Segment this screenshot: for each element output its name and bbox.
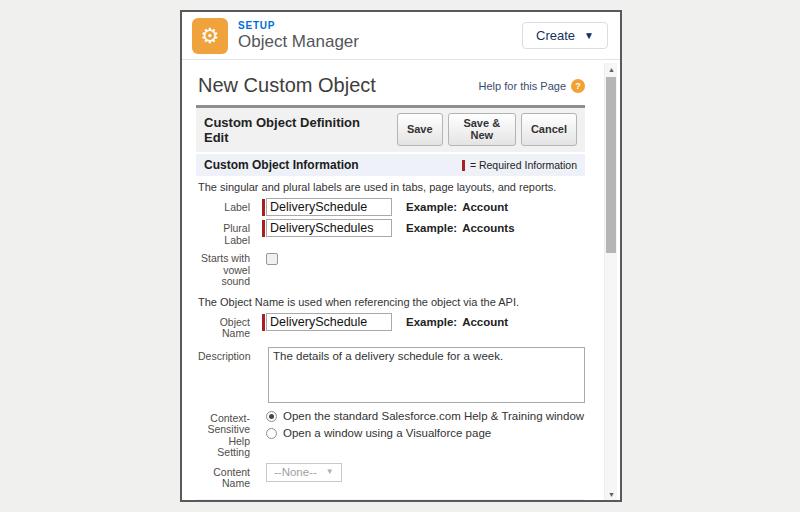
label-input[interactable]: [266, 198, 392, 216]
required-marker-icon: [262, 314, 265, 331]
starts-with-vowel-checkbox[interactable]: [266, 253, 278, 265]
example-value: Accounts: [462, 222, 514, 234]
record-name-section-header: Enter Record Name Label and Format: [196, 499, 585, 502]
description-textarea[interactable]: The details of a delivery schedule for a…: [268, 347, 585, 403]
content-name-row: Content Name --None-- ▼: [196, 463, 585, 490]
setup-header: ⚙ SETUP Object Manager Create ▼: [182, 12, 620, 60]
save-and-new-button[interactable]: Save & New: [448, 113, 516, 146]
scroll-down-arrow-icon[interactable]: ▼: [605, 489, 618, 500]
app-title: Object Manager: [238, 32, 522, 52]
object-name-field-label: Object Name: [196, 313, 250, 340]
description-field-label: Description: [196, 347, 262, 363]
setup-gear-badge: ⚙: [192, 18, 228, 54]
api-help-text: The Object Name is used when referencing…: [198, 296, 585, 308]
description-field-row: Description The details of a delivery sc…: [196, 347, 585, 403]
chevron-down-icon: ▼: [326, 467, 334, 476]
vowel-sound-label: Starts with vowel sound: [196, 249, 250, 288]
help-link-label: Help for this Page: [479, 80, 566, 92]
create-button-label: Create: [536, 28, 575, 43]
gear-icon: ⚙: [201, 25, 220, 46]
example-label: Example:: [406, 201, 457, 213]
help-setting-row: Context-Sensitive Help Setting Open the …: [196, 409, 585, 459]
vertical-scrollbar[interactable]: ▲ ▼: [604, 63, 617, 501]
help-setting-label: Context-Sensitive Help Setting: [196, 409, 250, 459]
radio-unselected-icon: [266, 428, 277, 439]
object-name-input[interactable]: [266, 313, 392, 331]
object-manager-window: ⚙ SETUP Object Manager Create ▼ New Cust…: [180, 10, 622, 502]
custom-object-information-header: Custom Object Information = Required Inf…: [196, 154, 585, 176]
page-content: New Custom Object Help for this Page ? C…: [182, 60, 620, 501]
vowel-sound-row: Starts with vowel sound: [196, 249, 585, 288]
labels-help-text: The singular and plural labels are used …: [198, 181, 585, 193]
example-value: Account: [462, 316, 508, 328]
toolbar-title: Custom Object Definition Edit: [204, 115, 375, 145]
chevron-down-icon: ▼: [584, 31, 594, 41]
required-marker-icon: [462, 160, 465, 171]
section-title: Custom Object Information: [204, 158, 359, 172]
help-standard-radio-option[interactable]: Open the standard Salesforce.com Help & …: [266, 409, 584, 424]
label-field-label: Label: [196, 198, 250, 214]
required-marker-icon: [262, 199, 265, 216]
content-name-selected-value: --None--: [274, 466, 317, 478]
object-name-field-row: Object Name Example:Account: [196, 313, 585, 340]
help-question-icon: ?: [571, 79, 585, 93]
page-title: New Custom Object: [198, 74, 376, 97]
help-for-this-page-link[interactable]: Help for this Page ?: [479, 79, 585, 93]
label-field-row: Label Example:Account: [196, 198, 585, 216]
plural-label-field-row: Plural Label Example:Accounts: [196, 219, 585, 246]
radio-option-label: Open the standard Salesforce.com Help & …: [283, 409, 584, 424]
plural-label-input[interactable]: [266, 219, 392, 237]
definition-edit-toolbar: Custom Object Definition Edit Save Save …: [196, 105, 585, 152]
create-button[interactable]: Create ▼: [522, 22, 608, 49]
scrollbar-thumb[interactable]: [606, 77, 616, 253]
required-marker-icon: [262, 220, 265, 237]
setup-eyebrow: SETUP: [238, 20, 522, 31]
example-label: Example:: [406, 222, 457, 234]
example-label: Example:: [406, 316, 457, 328]
content-name-label: Content Name: [196, 463, 250, 490]
radio-selected-icon: [266, 411, 277, 422]
required-note-label: = Required Information: [470, 159, 577, 171]
example-value: Account: [462, 201, 508, 213]
scroll-up-arrow-icon[interactable]: ▲: [605, 64, 618, 75]
plural-label-field-label: Plural Label: [196, 219, 250, 246]
required-information-note: = Required Information: [462, 159, 577, 171]
radio-option-label: Open a window using a Visualforce page: [283, 426, 491, 441]
content-name-select[interactable]: --None-- ▼: [266, 463, 342, 482]
save-button[interactable]: Save: [397, 113, 443, 146]
help-visualforce-radio-option[interactable]: Open a window using a Visualforce page: [266, 426, 584, 441]
cancel-button[interactable]: Cancel: [521, 113, 577, 146]
